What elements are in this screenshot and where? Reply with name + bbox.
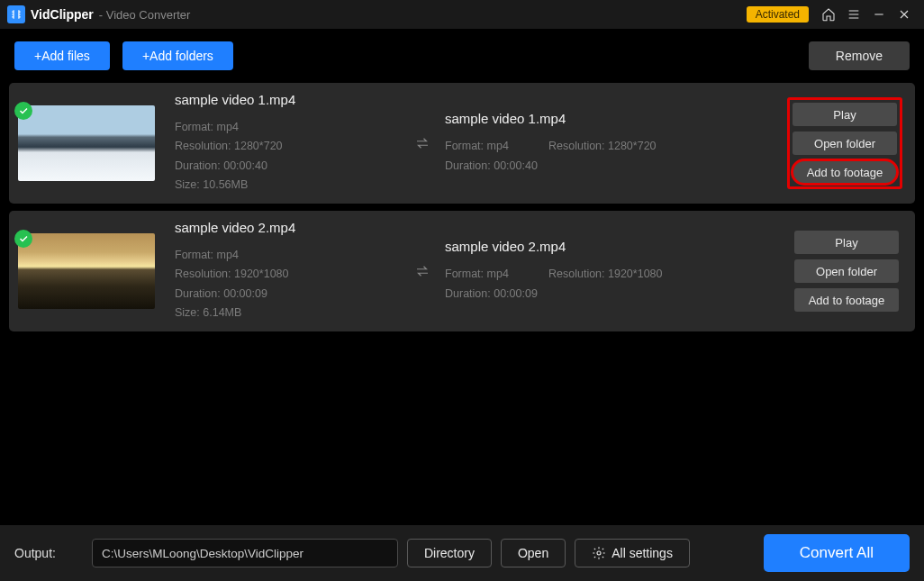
source-info: sample video 2.mp4 Format: mp4 Resolutio… (155, 220, 407, 322)
row-actions: Play Open folder Add to footage (708, 97, 906, 189)
source-resolution: Resolution: 1280*720 (175, 137, 319, 156)
app-subtitle: - Video Converter (99, 8, 191, 22)
activated-badge: Activated (747, 6, 809, 23)
svg-point-0 (597, 551, 601, 555)
dest-format: Format: mp4 (445, 265, 548, 284)
swap-icon (407, 263, 438, 279)
source-resolution: Resolution: 1920*1080 (175, 265, 319, 284)
all-settings-label: All settings (611, 546, 673, 560)
file-row[interactable]: sample video 1.mp4 Format: mp4 Resolutio… (9, 83, 915, 204)
dest-duration: Duration: 00:00:40 (445, 157, 538, 176)
source-duration: Duration: 00:00:40 (175, 157, 278, 176)
output-path-input[interactable] (92, 539, 398, 567)
add-folders-button[interactable]: +Add folders (122, 41, 233, 70)
gear-icon (592, 546, 606, 560)
file-row[interactable]: sample video 2.mp4 Format: mp4 Resolutio… (9, 211, 915, 331)
check-icon (14, 230, 32, 248)
home-icon[interactable] (820, 6, 837, 23)
highlighted-actions: Play Open folder Add to footage (787, 97, 902, 189)
play-button[interactable]: Play (793, 103, 897, 126)
dest-resolution: Resolution: 1920*1080 (548, 265, 693, 284)
source-format: Format: mp4 (175, 118, 278, 137)
open-folder-button[interactable]: Open folder (794, 259, 899, 283)
open-folder-button[interactable]: Open folder (793, 132, 897, 155)
dest-filename: sample video 2.mp4 (445, 239, 708, 254)
app-logo (7, 5, 25, 23)
app-name: VidClipper (31, 7, 94, 22)
open-button[interactable]: Open (501, 539, 566, 567)
source-size: Size: 6.14MB (175, 304, 319, 322)
source-filename: sample video 2.mp4 (175, 220, 407, 235)
footer: Output: Directory Open All settings Conv… (0, 525, 924, 581)
swap-icon (407, 135, 438, 151)
dest-format: Format: mp4 (445, 137, 548, 156)
all-settings-button[interactable]: All settings (575, 539, 690, 567)
source-format: Format: mp4 (175, 246, 278, 265)
title-bar: VidClipper - Video Converter Activated (0, 0, 924, 29)
minimize-icon[interactable] (871, 6, 887, 23)
row-actions: Play Open folder Add to footage (708, 227, 906, 315)
actions-group: Play Open folder Add to footage (791, 227, 902, 315)
dest-duration: Duration: 00:00:09 (445, 285, 538, 304)
source-size: Size: 10.56MB (175, 176, 319, 195)
thumbnail (18, 233, 155, 309)
add-to-footage-button[interactable]: Add to footage (793, 160, 897, 184)
toolbar: +Add files +Add folders Remove (0, 29, 924, 83)
add-to-footage-button[interactable]: Add to footage (794, 288, 899, 312)
convert-all-button[interactable]: Convert All (764, 534, 910, 572)
dest-info: sample video 1.mp4 Format: mp4 Resolutio… (438, 111, 708, 176)
remove-button[interactable]: Remove (809, 41, 910, 70)
play-button[interactable]: Play (794, 231, 899, 254)
thumbnail (18, 105, 155, 181)
dest-resolution: Resolution: 1280*720 (548, 137, 693, 156)
directory-button[interactable]: Directory (407, 539, 492, 567)
dest-filename: sample video 1.mp4 (445, 111, 708, 126)
source-info: sample video 1.mp4 Format: mp4 Resolutio… (155, 92, 407, 195)
source-duration: Duration: 00:00:09 (175, 285, 278, 304)
check-icon (14, 102, 32, 120)
dest-info: sample video 2.mp4 Format: mp4 Resolutio… (438, 239, 708, 304)
menu-icon[interactable] (846, 6, 862, 23)
close-icon[interactable] (896, 6, 912, 23)
add-files-button[interactable]: +Add files (14, 41, 110, 70)
file-list: sample video 1.mp4 Format: mp4 Resolutio… (0, 83, 924, 331)
output-label: Output: (14, 546, 56, 560)
source-filename: sample video 1.mp4 (175, 92, 407, 107)
